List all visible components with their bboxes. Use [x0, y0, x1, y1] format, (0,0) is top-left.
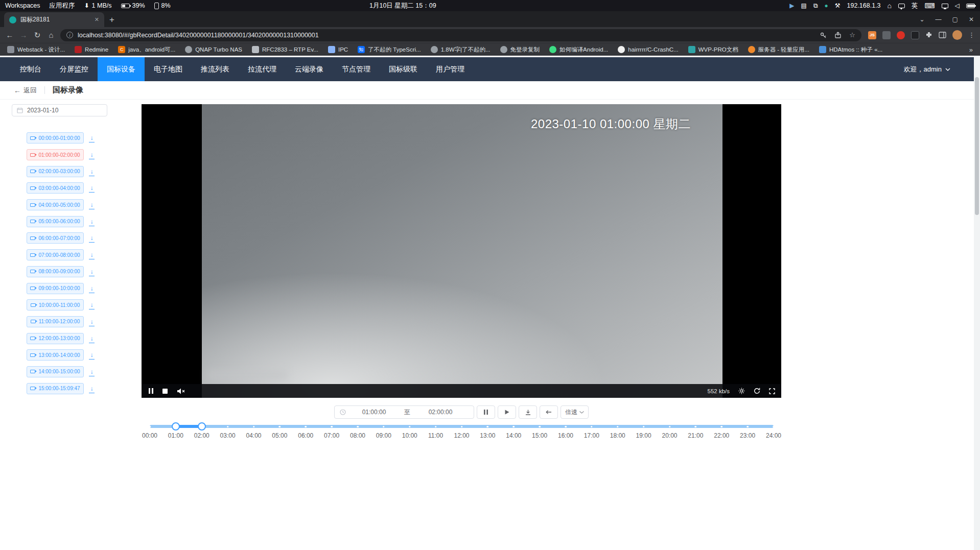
segment-button[interactable]: 00:00:00-01:00:00	[27, 132, 84, 144]
copy-tray-icon[interactable]: ⧉	[813, 3, 818, 9]
segment-button[interactable]: 12:00:00-13:00:00	[27, 333, 84, 344]
back-nav-icon[interactable]: ←	[5, 31, 14, 39]
browser-menu-icon[interactable]: ⋮	[968, 31, 975, 39]
bookmark-item[interactable]: WVP-PRO文档	[688, 46, 738, 54]
scrollbar-thumb[interactable]	[975, 77, 979, 215]
bookmark-item[interactable]: Redmine	[75, 46, 108, 53]
bookmark-item[interactable]: IPC	[328, 46, 348, 53]
segment-download-icon[interactable]: ↓	[88, 235, 95, 241]
keyboard-tray-icon[interactable]: ⌨	[925, 2, 935, 9]
download-button[interactable]	[519, 405, 537, 419]
blocker-extension-icon[interactable]	[897, 31, 905, 39]
ip-address[interactable]: 192.168.1.3	[847, 2, 881, 9]
tab-search-icon[interactable]: ⌄	[920, 16, 925, 23]
segment-download-icon[interactable]: ↓	[88, 152, 95, 158]
speed-dropdown[interactable]: 倍速	[561, 405, 589, 419]
segment-download-icon[interactable]: ↓	[88, 386, 95, 392]
segment-download-icon[interactable]: ↓	[88, 302, 95, 308]
segment-button[interactable]: 03:00:00-04:00:00	[27, 182, 84, 194]
segment-download-icon[interactable]: ↓	[88, 185, 95, 191]
segment-download-icon[interactable]: ↓	[88, 352, 95, 358]
segment-button[interactable]: 06:00:00-07:00:00	[27, 232, 84, 244]
time-range-picker[interactable]: 01:00:00 至 02:00:00	[334, 405, 474, 419]
window-maximize-button[interactable]: ▢	[952, 16, 958, 23]
bookmark-item[interactable]: HDAtmos :: 种子 «...	[819, 46, 882, 54]
play-tray-icon[interactable]: ▶	[789, 3, 794, 9]
play-button[interactable]	[498, 405, 516, 419]
input-method-indicator[interactable]: 英	[912, 2, 918, 10]
display-tray-icon[interactable]	[942, 4, 948, 8]
player-settings-gear-icon[interactable]	[738, 388, 745, 394]
segment-download-icon[interactable]: ↓	[88, 336, 95, 342]
clock[interactable]: 1月10日 星期二 15：09	[369, 2, 436, 10]
timeline-handle[interactable]	[172, 422, 180, 431]
nav-tab[interactable]: 拉流代理	[239, 57, 286, 81]
share-icon[interactable]	[834, 32, 842, 39]
side-panel-icon[interactable]	[939, 32, 946, 38]
segment-download-icon[interactable]: ↓	[88, 135, 95, 141]
timeline-handle[interactable]	[198, 422, 206, 431]
player-refresh-icon[interactable]	[754, 388, 760, 394]
dark-extension-icon[interactable]	[911, 31, 919, 39]
nav-tab[interactable]: 分屏监控	[51, 57, 98, 81]
nav-tab[interactable]: 用户管理	[427, 57, 474, 81]
profile-avatar[interactable]	[952, 30, 962, 40]
pause-button[interactable]	[477, 405, 495, 419]
range-start-time[interactable]: 01:00:00	[346, 409, 402, 416]
nav-tab[interactable]: 国标设备	[98, 57, 145, 81]
volume-tray-icon[interactable]: ◁	[955, 3, 960, 9]
segment-download-icon[interactable]: ↓	[88, 269, 95, 275]
extensions-puzzle-icon[interactable]	[925, 32, 932, 39]
fullscreen-icon[interactable]	[769, 388, 775, 394]
tray-battery-icon[interactable]	[966, 4, 975, 8]
segment-button[interactable]: 11:00:00-12:00:00	[27, 316, 84, 327]
chat-tray-icon[interactable]	[898, 4, 905, 8]
reload-icon[interactable]: ↻	[33, 31, 42, 40]
window-minimize-button[interactable]: —	[936, 16, 942, 23]
page-scrollbar[interactable]	[974, 56, 980, 550]
window-close-button[interactable]: ✕	[969, 16, 974, 23]
pause-icon[interactable]	[149, 388, 153, 394]
segment-button[interactable]: 08:00:00-09:00:00	[27, 266, 84, 277]
forward-nav-icon[interactable]: →	[19, 31, 28, 39]
bookmark-item[interactable]: Webstack - 设计...	[7, 46, 65, 54]
browser-tab[interactable]: 国标28181 ✕	[4, 12, 104, 27]
video-player[interactable]: 2023-01-10 01:00:00 星期二 552 kb/s	[142, 104, 781, 398]
segment-download-icon[interactable]: ↓	[88, 219, 95, 225]
segment-button[interactable]: 10:00:00-11:00:00	[27, 299, 84, 310]
segment-download-icon[interactable]: ↓	[88, 319, 95, 325]
tab-close-icon[interactable]: ✕	[95, 16, 99, 23]
panel-tray-icon[interactable]: ▤	[801, 3, 807, 9]
mute-icon[interactable]	[177, 388, 185, 394]
nav-tab[interactable]: 云端录像	[286, 57, 333, 81]
segment-button[interactable]: 14:00:00-15:00:00	[27, 366, 84, 377]
workspaces-button[interactable]: Workspaces	[5, 2, 40, 9]
segment-download-icon[interactable]: ↓	[88, 252, 95, 258]
segment-download-icon[interactable]: ↓	[88, 202, 95, 208]
tools-tray-icon[interactable]: ⚒	[835, 3, 841, 9]
timeline[interactable]: 00:0001:0002:0003:0004:0005:0006:0007:00…	[150, 425, 774, 448]
segment-download-icon[interactable]: ↓	[88, 285, 95, 292]
segment-button[interactable]: 09:00:00-10:00:00	[27, 283, 84, 294]
bookmark-item[interactable]: 如何编译Android...	[549, 46, 608, 54]
browser-home-icon[interactable]: ⌂	[46, 31, 56, 39]
segment-button[interactable]: 04:00:00-05:00:00	[27, 199, 84, 210]
step-back-button[interactable]	[540, 405, 558, 419]
site-info-icon[interactable]: i	[66, 32, 73, 38]
nav-tab[interactable]: 控制台	[11, 57, 51, 81]
bookmark-item[interactable]: 知了不起的 TypeScri...	[358, 46, 421, 54]
applications-button[interactable]: 应用程序	[50, 2, 75, 10]
nav-tab[interactable]: 推流列表	[192, 57, 239, 81]
back-button[interactable]: ← 返回	[14, 86, 37, 95]
status-dot-icon[interactable]: ●	[825, 3, 828, 9]
stop-icon[interactable]	[162, 389, 168, 394]
segment-button[interactable]: 13:00:00-14:00:00	[27, 349, 84, 361]
segment-button[interactable]: 05:00:00-06:00:00	[27, 216, 84, 227]
home-tray-icon[interactable]: ⌂	[888, 2, 892, 9]
segment-download-icon[interactable]: ↓	[88, 369, 95, 375]
nav-tab[interactable]: 电子地图	[145, 57, 192, 81]
segment-button[interactable]: 07:00:00-08:00:00	[27, 249, 84, 260]
extension-icon[interactable]	[882, 31, 891, 39]
password-key-icon[interactable]	[820, 32, 827, 39]
bookmark-item[interactable]: 服务器 - 轻量应用...	[748, 46, 809, 54]
